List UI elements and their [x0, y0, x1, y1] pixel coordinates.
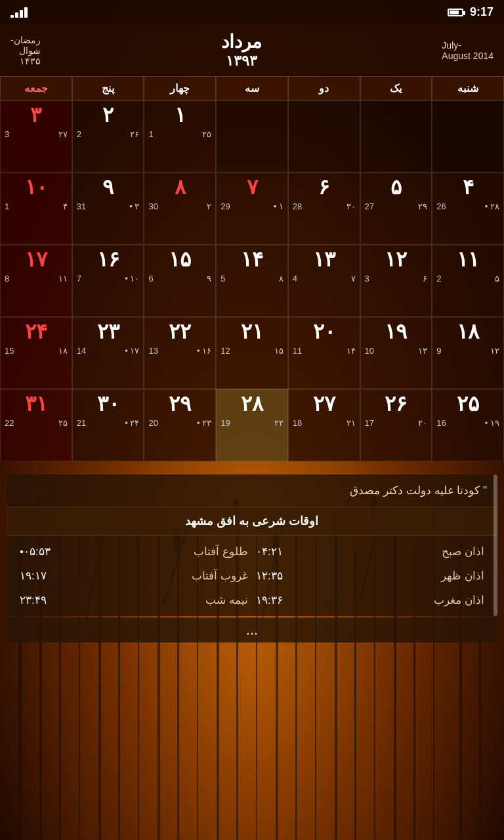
cal-cell-20[interactable]: ۲۰ ۱۴ 11 [288, 317, 360, 389]
day-header-panj: پنج [72, 76, 144, 100]
cal-cell-24-friday[interactable]: ۲۴ ۱۸ 15 [0, 317, 72, 389]
prayer-sunset: غروب آفتاب ۱۹:۱۷ [17, 565, 251, 587]
cal-cell-11[interactable]: ۱۱ ۵ 2 [432, 245, 504, 317]
calendar-header: July- August 2014 مرداد ۱۳۹۳ رمضان- شوال… [0, 24, 504, 76]
cal-cell-empty[interactable] [288, 100, 360, 173]
week-4: ۱۸ ۱۲ 9 ۱۹ ۱۳ 10 ۲۰ ۱۴ 11 ۲۱ ۱۵ 12 [0, 317, 504, 389]
persian-month: مرداد ۱۳۹۳ [221, 31, 262, 70]
cal-cell-29[interactable]: ۲۹ ۲۳ • 20 [144, 389, 216, 461]
current-time: 9:17 [470, 5, 494, 19]
cal-cell-25[interactable]: ۲۵ ۱۹ • 16 [432, 389, 504, 461]
cal-cell-7[interactable]: ۷ ۱ • 29 [216, 173, 288, 245]
more-options[interactable]: ... [7, 618, 497, 642]
cal-cell-21[interactable]: ۲۱ ۱۵ 12 [216, 317, 288, 389]
calendar: شنبه یک دو سه چهار پنج جمعه ۱ ۲۵ 1 ۲ ۲۶ … [0, 76, 504, 461]
cal-cell-27[interactable]: ۲۷ ۲۱ 18 [288, 389, 360, 461]
scrollbar[interactable] [494, 474, 497, 616]
cal-cell-19[interactable]: ۱۹ ۱۳ 10 [360, 317, 432, 389]
week-1: ۱ ۲۵ 1 ۲ ۲۶ 2 ۳ ۲۷ 3 [0, 100, 504, 173]
prayer-sunrise: طلوع آفتاب •۰۵:۵۳ [17, 541, 251, 562]
cal-cell-1[interactable]: ۱ ۲۵ 1 [144, 100, 216, 173]
cal-cell-8[interactable]: ۸ ۲ 30 [144, 173, 216, 245]
day-header-yek: یک [360, 76, 432, 100]
day-headers: شنبه یک دو سه چهار پنج جمعه [0, 76, 504, 100]
week-2: ۴ ۲۸ • 26 ۵ ۲۹ 27 ۶ ۳۰ 28 ۷ ۱ • 29 [0, 173, 504, 245]
cal-cell-14[interactable]: ۱۴ ۸ 5 [216, 245, 288, 317]
cal-cell-26[interactable]: ۲۶ ۲۰ 17 [360, 389, 432, 461]
event-text: " کودتا علیه دولت دکتر مصدق [7, 474, 497, 507]
day-header-jomeh: جمعه [0, 76, 72, 100]
cal-cell-23[interactable]: ۲۳ ۱۷ • 14 [72, 317, 144, 389]
cal-cell-9[interactable]: ۹ ۳ • 31 [72, 173, 144, 245]
cal-cell-30[interactable]: ۳۰ ۲۴ • 21 [72, 389, 144, 461]
prayer-midnight: نیمه شب ۲۳:۴۹ [17, 589, 251, 611]
week-5: ۲۵ ۱۹ • 16 ۲۶ ۲۰ 17 ۲۷ ۲۱ 18 ۲۸ ۲۲ 19 [0, 389, 504, 461]
cal-cell-22[interactable]: ۲۲ ۱۶ • 13 [144, 317, 216, 389]
cal-cell-16[interactable]: ۱۶ ۱۰ • 7 [72, 245, 144, 317]
cal-cell-5[interactable]: ۵ ۲۹ 27 [360, 173, 432, 245]
cal-cell-28-today[interactable]: ۲۸ ۲۲ 19 [216, 389, 288, 461]
cal-cell-2[interactable]: ۲ ۲۶ 2 [72, 100, 144, 173]
cal-cell-6[interactable]: ۶ ۳۰ 28 [288, 173, 360, 245]
cal-cell-empty[interactable] [360, 100, 432, 173]
gregorian-date: July- August 2014 [442, 40, 494, 61]
bottom-section: " کودتا علیه دولت دکتر مصدق اوقات شرعی ب… [0, 474, 504, 642]
prayer-fajr: اذان صبح ۰۴:۲۱ [253, 541, 487, 562]
status-bar: 9:17 [0, 0, 504, 24]
cal-cell-31-friday[interactable]: ۳۱ ۲۵ 22 [0, 389, 72, 461]
day-header-do: دو [288, 76, 360, 100]
battery-icon [448, 9, 463, 16]
cal-cell-13[interactable]: ۱۳ ۷ 4 [288, 245, 360, 317]
cal-cell-3-friday[interactable]: ۳ ۲۷ 3 [0, 100, 72, 173]
cal-cell-15[interactable]: ۱۵ ۹ 6 [144, 245, 216, 317]
cal-cell-4[interactable]: ۴ ۲۸ • 26 [432, 173, 504, 245]
signal-icon [10, 7, 28, 18]
cal-cell-17-friday[interactable]: ۱۷ ۱۱ 8 [0, 245, 72, 317]
battery-time: 9:17 [448, 5, 494, 19]
cal-cell-10-friday[interactable]: ۱۰ ۴ 1 [0, 173, 72, 245]
week-3: ۱۱ ۵ 2 ۱۲ ۶ 3 ۱۳ ۷ 4 ۱۴ ۸ 5 [0, 245, 504, 317]
event-panel: " کودتا علیه دولت دکتر مصدق اوقات شرعی ب… [7, 474, 497, 616]
cal-cell-12[interactable]: ۱۲ ۶ 3 [360, 245, 432, 317]
prayer-dhuhr: اذان ظهر ۱۲:۳۵ [253, 565, 487, 587]
cal-cell-empty[interactable] [216, 100, 288, 173]
prayer-maghrib: اذان مغرب ۱۹:۳۶ [253, 589, 487, 611]
hijri-date: رمضان- شوال ۱۴۳۵ [10, 35, 41, 66]
prayer-header: اوقات شرعی به افق مشهد [7, 507, 497, 536]
day-header-shanbeh: شنبه [432, 76, 504, 100]
cal-cell-18[interactable]: ۱۸ ۱۲ 9 [432, 317, 504, 389]
day-header-seh: سه [216, 76, 288, 100]
day-header-chahar: چهار [144, 76, 216, 100]
cal-cell-empty[interactable] [432, 100, 504, 173]
prayer-times-grid: اذان صبح ۰۴:۲۱ طلوع آفتاب •۰۵:۵۳ اذان ظه… [7, 536, 497, 616]
